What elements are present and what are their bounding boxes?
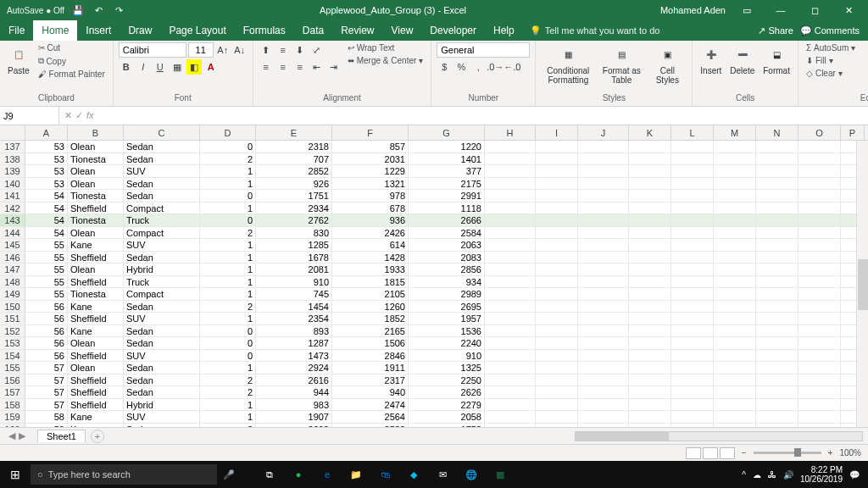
cell[interactable] bbox=[536, 190, 578, 202]
cell[interactable] bbox=[536, 350, 578, 363]
cell[interactable]: 55 bbox=[25, 239, 68, 252]
cell[interactable]: 377 bbox=[409, 165, 485, 178]
cell[interactable]: 56 bbox=[25, 337, 68, 350]
mic-icon[interactable]: 🎤 bbox=[222, 469, 236, 480]
cell[interactable]: 57 bbox=[25, 386, 68, 399]
cell[interactable]: Sedan bbox=[124, 424, 200, 428]
cell[interactable] bbox=[798, 178, 841, 191]
cell[interactable] bbox=[756, 252, 798, 264]
cell[interactable]: 2165 bbox=[332, 325, 409, 338]
notifications-icon[interactable]: 💬 bbox=[849, 470, 860, 480]
cell[interactable]: Compact bbox=[124, 288, 200, 301]
font-name-combo[interactable] bbox=[119, 42, 186, 58]
cell[interactable] bbox=[629, 190, 671, 202]
cell[interactable]: Kane bbox=[68, 239, 124, 252]
row-header-142[interactable]: 142 bbox=[0, 202, 25, 215]
cell[interactable] bbox=[536, 263, 578, 276]
cell[interactable]: 910 bbox=[409, 350, 485, 363]
cell[interactable]: 2564 bbox=[332, 411, 409, 424]
col-header-L[interactable]: L bbox=[671, 125, 714, 140]
row-header-149[interactable]: 149 bbox=[0, 288, 25, 301]
cell[interactable] bbox=[536, 202, 578, 215]
cell[interactable] bbox=[578, 313, 629, 325]
cell[interactable]: SUV bbox=[124, 165, 200, 178]
row-header-145[interactable]: 145 bbox=[0, 239, 25, 252]
cell[interactable] bbox=[798, 350, 841, 363]
cell[interactable]: Sheffield bbox=[68, 386, 124, 399]
cell[interactable]: Sedan bbox=[124, 374, 200, 387]
col-header-P[interactable]: P bbox=[841, 125, 865, 140]
cell[interactable]: Compact bbox=[124, 227, 200, 240]
col-header-C[interactable]: C bbox=[124, 125, 200, 140]
cell[interactable] bbox=[671, 399, 714, 412]
cell[interactable] bbox=[485, 301, 536, 313]
cell[interactable]: 1220 bbox=[409, 141, 485, 153]
insert-cells-button[interactable]: ➕Insert bbox=[698, 42, 724, 77]
tab-draw[interactable]: Draw bbox=[120, 20, 160, 41]
row-header-147[interactable]: 147 bbox=[0, 263, 25, 276]
cell[interactable]: 1 bbox=[200, 178, 256, 191]
sheet-nav-prev-icon[interactable]: ◀ bbox=[8, 430, 15, 441]
cell[interactable]: 2989 bbox=[409, 288, 485, 301]
col-header-G[interactable]: G bbox=[409, 125, 485, 140]
cell[interactable]: 1911 bbox=[332, 362, 409, 374]
cell[interactable]: 56 bbox=[25, 301, 68, 313]
align-top-icon[interactable]: ⬆ bbox=[259, 42, 274, 58]
network-icon[interactable]: 🖧 bbox=[768, 470, 776, 480]
cell[interactable] bbox=[671, 325, 714, 338]
select-all-button[interactable] bbox=[0, 125, 25, 140]
row-header-152[interactable]: 152 bbox=[0, 325, 25, 338]
cell[interactable]: Hybrid bbox=[124, 263, 200, 276]
cell[interactable] bbox=[798, 276, 841, 289]
cell[interactable] bbox=[798, 424, 841, 428]
cell[interactable]: 2474 bbox=[332, 399, 409, 412]
file-explorer-icon[interactable]: 📁 bbox=[348, 466, 364, 483]
cell[interactable]: Sheffield bbox=[68, 313, 124, 325]
cell[interactable]: 56 bbox=[25, 313, 68, 325]
cell[interactable] bbox=[485, 165, 536, 178]
zoom-out-button[interactable]: − bbox=[742, 448, 747, 458]
edge-icon[interactable]: e bbox=[319, 466, 336, 483]
cell[interactable]: 678 bbox=[332, 202, 409, 215]
underline-button[interactable]: U bbox=[153, 59, 168, 75]
cell[interactable] bbox=[578, 374, 629, 387]
cell[interactable]: Sheffield bbox=[68, 276, 124, 289]
cell[interactable] bbox=[798, 374, 841, 387]
cell[interactable]: 2626 bbox=[409, 386, 485, 399]
cell[interactable]: 2240 bbox=[409, 337, 485, 350]
cell[interactable] bbox=[536, 337, 578, 350]
cell[interactable]: 1907 bbox=[256, 411, 332, 424]
cell[interactable] bbox=[798, 288, 841, 301]
cell[interactable] bbox=[756, 153, 798, 166]
cell[interactable] bbox=[629, 301, 671, 313]
cell[interactable] bbox=[485, 252, 536, 264]
cell[interactable] bbox=[536, 411, 578, 424]
cell[interactable] bbox=[756, 165, 798, 178]
cell[interactable] bbox=[798, 301, 841, 313]
cell[interactable] bbox=[578, 190, 629, 202]
cell[interactable]: 2426 bbox=[332, 227, 409, 240]
cell[interactable]: Sedan bbox=[124, 337, 200, 350]
cell[interactable]: Sheffield bbox=[68, 399, 124, 412]
cell[interactable] bbox=[714, 190, 756, 202]
cell[interactable] bbox=[578, 239, 629, 252]
cell[interactable]: Sedan bbox=[124, 362, 200, 374]
cell[interactable]: 2250 bbox=[409, 374, 485, 387]
cell[interactable]: Olean bbox=[68, 227, 124, 240]
page-layout-view-button[interactable] bbox=[703, 447, 718, 459]
cell[interactable]: SUV bbox=[124, 350, 200, 363]
vertical-scrollbar[interactable] bbox=[856, 141, 868, 427]
cell[interactable] bbox=[485, 350, 536, 363]
cell[interactable] bbox=[578, 263, 629, 276]
cell[interactable] bbox=[714, 399, 756, 412]
cell[interactable] bbox=[714, 362, 756, 374]
col-header-O[interactable]: O bbox=[798, 125, 841, 140]
increase-indent-icon[interactable]: ⇥ bbox=[326, 59, 342, 75]
cell[interactable] bbox=[671, 263, 714, 276]
cell[interactable]: 2616 bbox=[256, 374, 332, 387]
cell[interactable] bbox=[798, 325, 841, 338]
cell[interactable]: 1428 bbox=[332, 252, 409, 264]
cell[interactable] bbox=[536, 239, 578, 252]
cell[interactable] bbox=[578, 252, 629, 264]
cell[interactable]: 934 bbox=[409, 276, 485, 289]
